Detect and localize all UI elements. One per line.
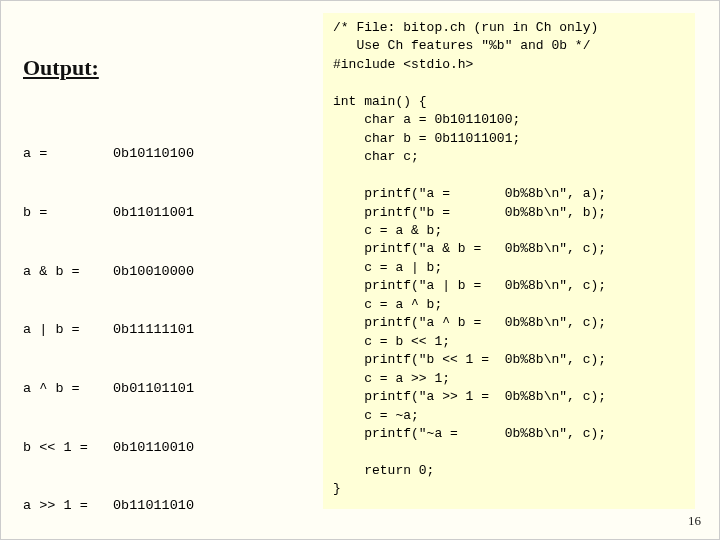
code-line: char a = 0b10110100;: [333, 112, 520, 127]
output-heading: Output:: [23, 55, 303, 81]
code-line: /* File: bitop.ch (run in Ch only): [333, 20, 598, 35]
slide: Output: a =0b10110100 b =0b11011001 a & …: [0, 0, 720, 540]
code-line: c = a ^ b;: [333, 297, 442, 312]
code-line: char c;: [333, 149, 419, 164]
code-line: }: [333, 481, 341, 496]
output-value: 0b11111101: [113, 320, 194, 340]
code-line: char b = 0b11011001;: [333, 131, 520, 146]
output-value: 0b10110100: [113, 144, 194, 164]
code-line: printf("a | b = 0b%8b\n", c);: [333, 278, 606, 293]
code-line: printf("b << 1 = 0b%8b\n", c);: [333, 352, 606, 367]
code-line: printf("~a = 0b%8b\n", c);: [333, 426, 606, 441]
output-row: a ^ b =0b01101101: [23, 379, 303, 399]
output-row: a & b =0b10010000: [23, 262, 303, 282]
output-label: a =: [23, 144, 113, 164]
code-line: c = ~a;: [333, 408, 419, 423]
output-row: a =0b10110100: [23, 144, 303, 164]
output-column: Output: a =0b10110100 b =0b11011001 a & …: [23, 55, 303, 540]
output-label: a | b =: [23, 320, 113, 340]
output-value: 0b11011010: [113, 496, 194, 516]
code-line: #include <stdio.h>: [333, 57, 473, 72]
output-row: a | b =0b11111101: [23, 320, 303, 340]
output-row: a >> 1 =0b11011010: [23, 496, 303, 516]
output-value: 0b11011001: [113, 203, 194, 223]
output-value: 0b10010000: [113, 262, 194, 282]
code-line: c = a & b;: [333, 223, 442, 238]
code-line: printf("a >> 1 = 0b%8b\n", c);: [333, 389, 606, 404]
code-line: c = a >> 1;: [333, 371, 450, 386]
code-line: printf("a & b = 0b%8b\n", c);: [333, 241, 606, 256]
code-line: Use Ch features "%b" and 0b */: [333, 38, 590, 53]
output-label: a & b =: [23, 262, 113, 282]
code-line: printf("a ^ b = 0b%8b\n", c);: [333, 315, 606, 330]
code-line: printf("b = 0b%8b\n", b);: [333, 205, 606, 220]
code-line: int main() {: [333, 94, 427, 109]
code-panel: /* File: bitop.ch (run in Ch only) Use C…: [323, 13, 695, 509]
output-row: b << 1 =0b10110010: [23, 438, 303, 458]
output-row: b =0b11011001: [23, 203, 303, 223]
output-value: 0b01101101: [113, 379, 194, 399]
output-block: a =0b10110100 b =0b11011001 a & b =0b100…: [23, 105, 303, 540]
page-number: 16: [688, 513, 701, 529]
output-label: b << 1 =: [23, 438, 113, 458]
code-line: c = a | b;: [333, 260, 442, 275]
output-label: a >> 1 =: [23, 496, 113, 516]
code-line: printf("a = 0b%8b\n", a);: [333, 186, 606, 201]
output-label: b =: [23, 203, 113, 223]
output-label: a ^ b =: [23, 379, 113, 399]
code-line: c = b << 1;: [333, 334, 450, 349]
code-line: return 0;: [333, 463, 434, 478]
output-value: 0b10110010: [113, 438, 194, 458]
